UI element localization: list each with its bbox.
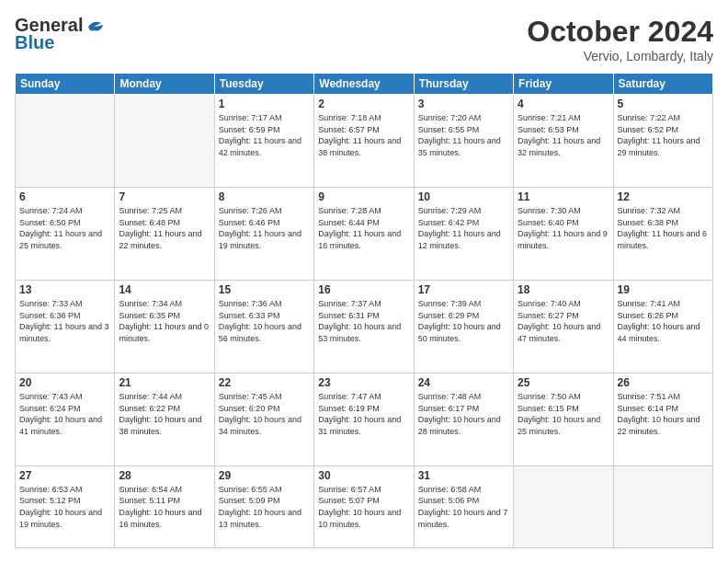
calendar-cell: 16Sunrise: 7:37 AMSunset: 6:31 PMDayligh… xyxy=(314,280,414,373)
header-friday: Friday xyxy=(514,74,613,95)
calendar-cell: 1Sunrise: 7:17 AMSunset: 6:59 PMDaylight… xyxy=(214,95,313,188)
day-number: 28 xyxy=(119,469,210,482)
day-number: 3 xyxy=(418,98,509,110)
cell-content: Sunrise: 7:37 AMSunset: 6:31 PMDaylight:… xyxy=(318,298,409,344)
header-wednesday: Wednesday xyxy=(314,74,414,95)
calendar-cell: 29Sunrise: 6:55 AMSunset: 5:09 PMDayligh… xyxy=(214,465,313,547)
cell-content: Sunrise: 7:50 AMSunset: 6:15 PMDaylight:… xyxy=(518,391,609,437)
day-number: 4 xyxy=(518,98,609,110)
calendar-cell: 11Sunrise: 7:30 AMSunset: 6:40 PMDayligh… xyxy=(514,187,613,280)
calendar-header-row: Sunday Monday Tuesday Wednesday Thursday… xyxy=(16,74,713,95)
day-number: 31 xyxy=(418,469,509,482)
day-number: 12 xyxy=(618,190,709,203)
day-number: 1 xyxy=(219,98,310,110)
calendar-cell: 14Sunrise: 7:34 AMSunset: 6:35 PMDayligh… xyxy=(115,280,214,373)
calendar-cell: 7Sunrise: 7:25 AMSunset: 6:48 PMDaylight… xyxy=(115,187,214,280)
calendar-cell: 28Sunrise: 6:54 AMSunset: 5:11 PMDayligh… xyxy=(115,465,214,547)
month-title: October 2024 xyxy=(527,15,713,49)
cell-content: Sunrise: 7:25 AMSunset: 6:48 PMDaylight:… xyxy=(119,205,210,251)
day-number: 23 xyxy=(318,376,409,389)
cell-content: Sunrise: 7:21 AMSunset: 6:53 PMDaylight:… xyxy=(518,112,609,158)
calendar-cell: 21Sunrise: 7:44 AMSunset: 6:22 PMDayligh… xyxy=(115,373,214,465)
calendar-cell: 17Sunrise: 7:39 AMSunset: 6:29 PMDayligh… xyxy=(414,280,513,373)
day-number: 21 xyxy=(119,376,210,389)
calendar-cell: 23Sunrise: 7:47 AMSunset: 6:19 PMDayligh… xyxy=(314,373,414,465)
day-number: 29 xyxy=(219,469,310,482)
cell-content: Sunrise: 7:18 AMSunset: 6:57 PMDaylight:… xyxy=(318,112,409,158)
day-number: 25 xyxy=(518,376,609,389)
calendar-cell: 15Sunrise: 7:36 AMSunset: 6:33 PMDayligh… xyxy=(214,280,313,373)
day-number: 9 xyxy=(318,190,409,203)
page: General Blue October 2024 Vervio, Lombar… xyxy=(0,0,728,563)
cell-content: Sunrise: 6:53 AMSunset: 5:12 PMDaylight:… xyxy=(19,484,110,530)
header-monday: Monday xyxy=(115,74,214,95)
calendar-cell: 30Sunrise: 6:57 AMSunset: 5:07 PMDayligh… xyxy=(314,465,414,547)
calendar-cell: 10Sunrise: 7:29 AMSunset: 6:42 PMDayligh… xyxy=(414,187,513,280)
calendar-cell xyxy=(514,465,613,547)
day-number: 14 xyxy=(119,283,210,296)
cell-content: Sunrise: 7:44 AMSunset: 6:22 PMDaylight:… xyxy=(119,391,210,437)
logo-blue: Blue xyxy=(15,32,54,53)
cell-content: Sunrise: 7:47 AMSunset: 6:19 PMDaylight:… xyxy=(318,391,409,437)
cell-content: Sunrise: 7:30 AMSunset: 6:40 PMDaylight:… xyxy=(518,205,609,251)
cell-content: Sunrise: 7:28 AMSunset: 6:44 PMDaylight:… xyxy=(318,205,409,251)
day-number: 22 xyxy=(219,376,310,389)
cell-content: Sunrise: 7:51 AMSunset: 6:14 PMDaylight:… xyxy=(618,391,709,437)
calendar-cell: 20Sunrise: 7:43 AMSunset: 6:24 PMDayligh… xyxy=(16,373,115,465)
header-sunday: Sunday xyxy=(16,74,115,95)
day-number: 16 xyxy=(318,283,409,296)
calendar-cell: 19Sunrise: 7:41 AMSunset: 6:26 PMDayligh… xyxy=(613,280,712,373)
day-number: 19 xyxy=(618,283,709,296)
day-number: 5 xyxy=(618,98,709,110)
title-block: October 2024 Vervio, Lombardy, Italy xyxy=(527,15,713,63)
calendar-cell: 3Sunrise: 7:20 AMSunset: 6:55 PMDaylight… xyxy=(414,95,513,188)
cell-content: Sunrise: 7:20 AMSunset: 6:55 PMDaylight:… xyxy=(418,112,509,158)
cell-content: Sunrise: 6:57 AMSunset: 5:07 PMDaylight:… xyxy=(318,484,409,530)
calendar-cell: 8Sunrise: 7:26 AMSunset: 6:46 PMDaylight… xyxy=(214,187,313,280)
day-number: 10 xyxy=(418,190,509,203)
day-number: 26 xyxy=(618,376,709,389)
calendar-cell: 13Sunrise: 7:33 AMSunset: 6:36 PMDayligh… xyxy=(16,280,115,373)
calendar-cell: 18Sunrise: 7:40 AMSunset: 6:27 PMDayligh… xyxy=(514,280,613,373)
calendar-cell: 5Sunrise: 7:22 AMSunset: 6:52 PMDaylight… xyxy=(613,95,712,188)
header: General Blue October 2024 Vervio, Lombar… xyxy=(15,15,713,63)
day-number: 6 xyxy=(19,190,110,203)
cell-content: Sunrise: 7:32 AMSunset: 6:38 PMDaylight:… xyxy=(618,205,709,251)
cell-content: Sunrise: 7:22 AMSunset: 6:52 PMDaylight:… xyxy=(618,112,709,158)
day-number: 13 xyxy=(19,283,110,296)
cell-content: Sunrise: 6:54 AMSunset: 5:11 PMDaylight:… xyxy=(119,484,210,530)
header-tuesday: Tuesday xyxy=(214,74,313,95)
cell-content: Sunrise: 7:39 AMSunset: 6:29 PMDaylight:… xyxy=(418,298,509,344)
calendar-cell: 6Sunrise: 7:24 AMSunset: 6:50 PMDaylight… xyxy=(16,187,115,280)
cell-content: Sunrise: 7:33 AMSunset: 6:36 PMDaylight:… xyxy=(19,298,110,344)
cell-content: Sunrise: 7:40 AMSunset: 6:27 PMDaylight:… xyxy=(518,298,609,344)
day-number: 27 xyxy=(19,469,110,482)
day-number: 2 xyxy=(318,98,409,110)
calendar-cell xyxy=(115,95,214,188)
cell-content: Sunrise: 7:34 AMSunset: 6:35 PMDaylight:… xyxy=(119,298,210,344)
day-number: 18 xyxy=(518,283,609,296)
day-number: 11 xyxy=(518,190,609,203)
day-number: 7 xyxy=(119,190,210,203)
day-number: 24 xyxy=(418,376,509,389)
cell-content: Sunrise: 7:48 AMSunset: 6:17 PMDaylight:… xyxy=(418,391,509,437)
cell-content: Sunrise: 7:41 AMSunset: 6:26 PMDaylight:… xyxy=(618,298,709,344)
day-number: 8 xyxy=(219,190,310,203)
day-number: 15 xyxy=(219,283,310,296)
day-number: 17 xyxy=(418,283,509,296)
calendar-cell: 22Sunrise: 7:45 AMSunset: 6:20 PMDayligh… xyxy=(214,373,313,465)
header-saturday: Saturday xyxy=(613,74,712,95)
cell-content: Sunrise: 7:43 AMSunset: 6:24 PMDaylight:… xyxy=(19,391,110,437)
calendar-cell: 26Sunrise: 7:51 AMSunset: 6:14 PMDayligh… xyxy=(613,373,712,465)
header-thursday: Thursday xyxy=(414,74,513,95)
calendar-cell: 27Sunrise: 6:53 AMSunset: 5:12 PMDayligh… xyxy=(16,465,115,547)
cell-content: Sunrise: 7:29 AMSunset: 6:42 PMDaylight:… xyxy=(418,205,509,251)
calendar-cell: 31Sunrise: 6:58 AMSunset: 5:06 PMDayligh… xyxy=(414,465,513,547)
calendar-cell xyxy=(16,95,115,188)
calendar-cell: 2Sunrise: 7:18 AMSunset: 6:57 PMDaylight… xyxy=(314,95,414,188)
day-number: 30 xyxy=(318,469,409,482)
calendar: Sunday Monday Tuesday Wednesday Thursday… xyxy=(15,73,713,548)
cell-content: Sunrise: 7:24 AMSunset: 6:50 PMDaylight:… xyxy=(19,205,110,251)
calendar-cell: 24Sunrise: 7:48 AMSunset: 6:17 PMDayligh… xyxy=(414,373,513,465)
cell-content: Sunrise: 7:17 AMSunset: 6:59 PMDaylight:… xyxy=(219,112,310,158)
